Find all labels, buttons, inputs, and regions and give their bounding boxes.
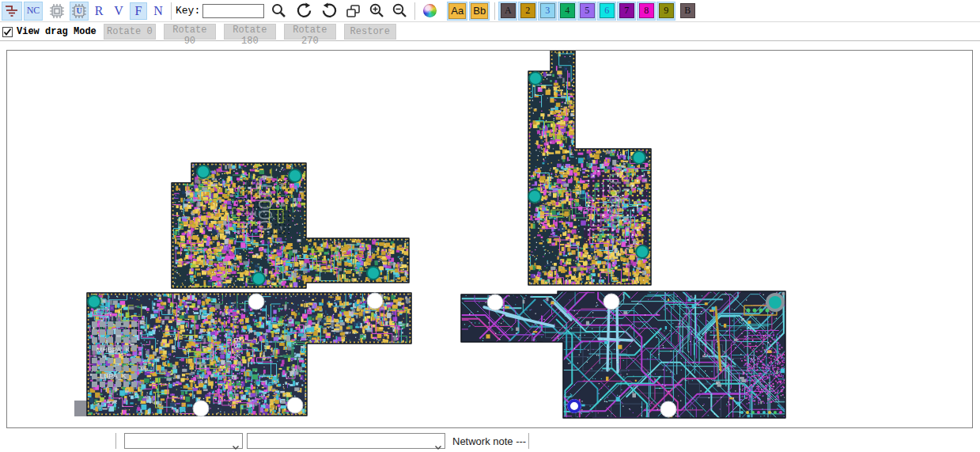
network-select-2[interactable] bbox=[247, 433, 445, 449]
separator bbox=[171, 2, 172, 20]
zoom-in-button[interactable] bbox=[367, 2, 386, 21]
view-drag-label: View drag Mode bbox=[17, 26, 96, 37]
footer-bar: Network note --- bbox=[0, 432, 980, 450]
footer-divider bbox=[115, 433, 116, 449]
chevron-down-icon bbox=[232, 439, 240, 452]
toggle-r[interactable]: R bbox=[90, 2, 108, 20]
network-select-1[interactable] bbox=[124, 433, 243, 449]
toggle-n[interactable]: N bbox=[149, 2, 167, 20]
layer-button-b[interactable]: B bbox=[678, 2, 697, 21]
separator bbox=[494, 2, 495, 20]
rotate-ccw-icon bbox=[321, 2, 338, 19]
ground-toggle[interactable] bbox=[2, 2, 22, 21]
color-wheel-icon bbox=[423, 4, 437, 17]
layer-button-5[interactable]: 5 bbox=[577, 2, 596, 21]
key-label: Key: bbox=[176, 5, 200, 17]
layer-button-a[interactable]: A bbox=[498, 2, 517, 21]
rotate-180-button[interactable]: Rotate 180 bbox=[224, 24, 276, 40]
toggle-v[interactable]: V bbox=[110, 2, 127, 20]
mode-bar: View drag Mode Rotate 0 Rotate 90 Rotate… bbox=[0, 23, 980, 41]
color-wheel-button[interactable] bbox=[420, 2, 439, 21]
network-note-label: Network note --- bbox=[452, 435, 526, 447]
toggle-f[interactable]: F bbox=[130, 2, 147, 20]
rotate-90-button[interactable]: Rotate 90 bbox=[164, 24, 216, 40]
chip-icon bbox=[49, 3, 65, 19]
key-input[interactable] bbox=[202, 4, 264, 18]
cascade-windows-icon bbox=[346, 3, 361, 19]
chevron-down-icon bbox=[434, 439, 442, 452]
separator bbox=[414, 2, 415, 20]
font-bb-button[interactable]: Bb bbox=[469, 2, 490, 21]
ground-icon bbox=[4, 3, 20, 19]
chip-u-label: U bbox=[70, 2, 88, 20]
pcb-canvas[interactable] bbox=[6, 50, 973, 428]
main-toolbar: NC U R V F bbox=[0, 0, 980, 22]
search-button[interactable] bbox=[269, 2, 288, 21]
nc-toggle[interactable]: NC bbox=[24, 2, 43, 21]
pcb-viewer[interactable] bbox=[6, 50, 973, 428]
zoom-in-icon bbox=[369, 2, 385, 19]
zoom-out-icon bbox=[392, 2, 408, 19]
check-icon bbox=[3, 28, 12, 36]
chip-toggle[interactable] bbox=[47, 2, 66, 21]
layer-button-4[interactable]: 4 bbox=[558, 2, 577, 21]
chip-u-toggle[interactable]: U bbox=[70, 2, 89, 21]
restore-button[interactable]: Restore bbox=[344, 24, 396, 40]
layer-button-7[interactable]: 7 bbox=[617, 2, 636, 21]
search-icon bbox=[271, 2, 287, 19]
rotate-ccw-button[interactable] bbox=[320, 2, 339, 21]
rotate-cw-button[interactable] bbox=[294, 2, 313, 21]
cascade-windows-button[interactable] bbox=[344, 2, 363, 21]
view-drag-checkbox[interactable] bbox=[2, 27, 13, 37]
zoom-out-button[interactable] bbox=[390, 2, 409, 21]
layer-button-3[interactable]: 3 bbox=[538, 2, 557, 21]
rotate-0-button[interactable]: Rotate 0 bbox=[104, 24, 156, 40]
layer-button-2[interactable]: 2 bbox=[518, 2, 537, 21]
layer-button-6[interactable]: 6 bbox=[597, 2, 616, 21]
layer-button-9[interactable]: 9 bbox=[656, 2, 675, 21]
nc-label: NC bbox=[27, 5, 40, 17]
boardview-app: NC U R V F bbox=[0, 0, 980, 452]
font-aa-button[interactable]: Aa bbox=[447, 2, 467, 21]
layer-button-8[interactable]: 8 bbox=[637, 2, 656, 21]
footer-divider bbox=[528, 433, 529, 449]
rotate-cw-icon bbox=[296, 2, 312, 19]
rotate-270-button[interactable]: Rotate 270 bbox=[284, 24, 336, 40]
